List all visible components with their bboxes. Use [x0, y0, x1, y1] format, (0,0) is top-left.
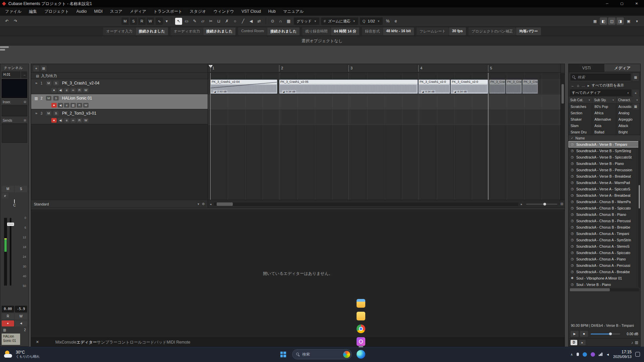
draw-tool-button[interactable]: ✎: [191, 18, 198, 25]
track-solo-button[interactable]: S: [53, 111, 59, 116]
close-button[interactable]: ✕: [629, 0, 644, 7]
grid-dropdown[interactable]: グリッド▼: [294, 17, 319, 25]
inserts-section[interactable]: Inser.⊞: [2, 99, 27, 105]
lower-zone-toggle[interactable]: ◫: [608, 17, 615, 25]
sends-box[interactable]: [2, 123, 27, 143]
read-automation-button[interactable]: R: [77, 88, 82, 93]
mute-tool-button[interactable]: ✗: [223, 18, 230, 25]
audio-event[interactable]: PK_3_Crash1_v2-0 -9.34 dB: [418, 79, 450, 94]
clipchamp-icon[interactable]: [355, 335, 367, 348]
track-option-button[interactable]: ∞: [70, 88, 76, 93]
media-result-row[interactable]: ◷ SoundtrackA - Verse A - Breakbeat: [569, 192, 640, 198]
tab-mixconsole[interactable]: MixConsole: [55, 340, 76, 345]
close-lower-zone-icon[interactable]: ✕: [36, 340, 41, 344]
track-mute-button[interactable]: M: [46, 81, 51, 85]
track-solo-button[interactable]: S: [53, 81, 59, 85]
minimize-button[interactable]: ─: [600, 0, 614, 7]
automation-panel-button[interactable]: ∿: [156, 17, 163, 25]
monitor-button[interactable]: ◀: [58, 88, 63, 93]
track-solo-button[interactable]: S: [53, 96, 59, 101]
media-result-row[interactable]: ◷ SoundtrackA - Chorus A - Percussi: [569, 262, 640, 268]
project-cursor-line[interactable]: [488, 73, 488, 200]
back-icon[interactable]: ←: [571, 83, 575, 87]
status-chip[interactable]: オーディオ出力 接続されました: [171, 27, 235, 35]
zoom-tool-button[interactable]: ○: [231, 18, 238, 25]
edge-icon[interactable]: [355, 348, 367, 361]
notification-icon[interactable]: [635, 352, 640, 357]
menu-item[interactable]: ファイル: [1, 7, 25, 15]
record-enable-button[interactable]: ●: [2, 320, 14, 326]
track-mute-button[interactable]: M: [46, 111, 51, 116]
hidden-icons-chevron[interactable]: ∧: [571, 353, 573, 356]
filter-item[interactable]: Asia: [592, 123, 616, 129]
scroll-left-button[interactable]: ◂: [208, 200, 213, 208]
zones-setup-button[interactable]: ▣: [625, 17, 632, 25]
automation-button[interactable]: M: [121, 17, 129, 25]
filter-item[interactable]: Alternative: [592, 116, 616, 123]
fader-handle[interactable]: [7, 223, 14, 226]
scrollbar-thumb[interactable]: [639, 185, 640, 208]
menu-item[interactable]: Audio: [73, 7, 91, 15]
automation-button[interactable]: W: [147, 17, 154, 25]
left-zone-toggle[interactable]: ◧: [600, 17, 607, 25]
pan-control[interactable]: C: [2, 198, 27, 208]
tab-media[interactable]: メディア: [604, 64, 640, 72]
horizontal-scrollbar[interactable]: [214, 202, 518, 206]
file-explorer-icon[interactable]: [355, 297, 367, 310]
tab-chord-pads[interactable]: コードパッド: [142, 340, 166, 345]
scrollbar-thumb[interactable]: [217, 202, 233, 206]
glue-tool-button[interactable]: ⊔: [215, 18, 222, 25]
menu-item[interactable]: VST Cloud: [238, 7, 265, 15]
audio-event-ghost[interactable]: PK_3_Crash1_v2-0: [522, 79, 538, 94]
volume-value[interactable]: 0.00: [2, 306, 14, 312]
track-mute-button[interactable]: M: [46, 96, 51, 101]
taskbar-clock[interactable]: 17:15 2025/09/13: [613, 350, 632, 359]
media-result-row[interactable]: ◷ SoundtrackA - Chorus B - WarmPa: [569, 198, 640, 205]
media-result-row[interactable]: ◷ SoundtrackA - Verse B - Breakbeat: [569, 173, 640, 179]
edit-channel-button[interactable]: e: [64, 118, 69, 123]
filter-item[interactable]: Snare Dru: [569, 129, 592, 135]
menu-item[interactable]: スコア: [106, 7, 126, 15]
microphone-icon[interactable]: [577, 353, 579, 356]
attr-sub-style[interactable]: Sub Sty.▼: [592, 97, 616, 104]
peak-value[interactable]: -5.9: [15, 306, 27, 312]
status-chip[interactable]: Control Room 接続されました: [238, 27, 300, 35]
chevron-down-icon[interactable]: ▾: [198, 202, 199, 206]
monitor-button[interactable]: ◀: [58, 118, 63, 123]
monitor-button[interactable]: ◀: [58, 103, 63, 108]
color-tool-button[interactable]: ⇄: [256, 18, 263, 25]
media-result-row[interactable]: ◷ SoundtrackA - Chorus A - Breakbe: [569, 268, 640, 275]
keyboard-icon[interactable]: ▥: [635, 340, 638, 345]
channel-mute-button[interactable]: M: [2, 186, 14, 192]
use-track-preset-button[interactable]: ⊞: [41, 65, 47, 71]
menu-item[interactable]: 編集: [25, 7, 41, 15]
zoom-slider-handle[interactable]: [543, 203, 546, 205]
media-type-dropdown[interactable]: すべてのメディア ▼: [570, 89, 631, 96]
read-automation-button[interactable]: R: [77, 103, 82, 108]
select-tool-button[interactable]: ↖: [175, 18, 182, 25]
channel-preset-button[interactable]: H.01: [2, 71, 20, 78]
routing-icon[interactable]: →: [21, 71, 27, 78]
media-result-row[interactable]: ◷ SoundtrackA - Chorus A - StereoS: [569, 243, 640, 249]
tray-app-blue-icon[interactable]: [583, 352, 587, 357]
write-automation-button[interactable]: W: [83, 88, 89, 93]
menu-item[interactable]: トランスポート: [150, 7, 186, 15]
gear-icon[interactable]: ⚙: [202, 202, 205, 206]
track-name[interactable]: PK_3_Crash1_v2-04: [62, 81, 99, 85]
record-enable-button[interactable]: ●: [51, 103, 57, 108]
io-folder-track[interactable]: ▤ 入力/出力: [31, 73, 208, 79]
inserts-box[interactable]: [2, 105, 27, 116]
snap-button[interactable]: ∩: [277, 18, 284, 25]
monitor-button[interactable]: ◀: [15, 320, 27, 326]
media-result-row[interactable]: ◷ SoundtrackA - Verse A - SpiccatoS: [569, 186, 640, 192]
filter-item[interactable]: 80's Pop: [592, 104, 616, 110]
write-automation-button[interactable]: W: [83, 103, 89, 108]
filter-item[interactable]: Shaker: [569, 116, 592, 123]
quantize-panel-button[interactable]: e: [392, 18, 399, 25]
tab-midi-remote[interactable]: MIDI Remote: [167, 340, 191, 345]
media-result-row[interactable]: ◷ SoundtrackA - Verse A - WarmPad: [569, 179, 640, 186]
automation-caret-icon[interactable]: ▾: [165, 18, 169, 25]
media-result-row[interactable]: ◷ SoundtrackA - Chorus B - Spiccato: [569, 205, 640, 211]
filter-item[interactable]: Africa: [592, 110, 616, 116]
menu-item[interactable]: スタジオ: [186, 7, 210, 15]
